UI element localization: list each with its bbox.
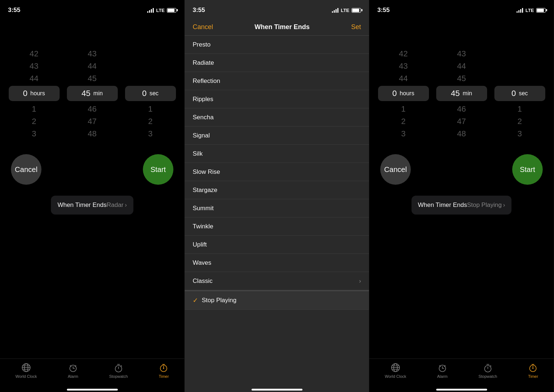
right-timer-ends-current: Stop Playing	[467, 201, 502, 209]
list-item-waves-label: Waves	[193, 259, 211, 267]
list-item-uplift-label: Uplift	[193, 241, 207, 248]
list-item-slow-rise[interactable]: Slow Rise	[185, 163, 369, 181]
left-hours-column[interactable]: 42 43 44 0 hours 1 2 3	[5, 47, 63, 140]
list-item-slow-rise-label: Slow Rise	[193, 168, 220, 176]
left-sec-label: sec	[149, 90, 158, 97]
list-item-radiate-label: Radiate	[193, 59, 214, 67]
left-nav-alarm[interactable]: Alarm	[68, 363, 79, 379]
middle-battery-icon	[352, 8, 361, 13]
list-item-classic[interactable]: Classic ›	[185, 272, 369, 290]
right-hours-below-1: 1	[401, 103, 405, 115]
left-sec-below-1: 1	[148, 103, 152, 115]
left-min-below-2: 47	[88, 115, 96, 127]
middle-time: 3:55	[193, 7, 205, 14]
list-item-ripples-label: Ripples	[193, 96, 213, 103]
right-min-column[interactable]: 43 44 45 45 min 46 47 48	[433, 47, 491, 140]
right-min-below-2: 47	[457, 115, 466, 127]
middle-set-button[interactable]: Set	[351, 23, 361, 31]
left-time: 3:55	[8, 7, 20, 14]
middle-cancel-button[interactable]: Cancel	[193, 23, 213, 31]
left-sec-below-2: 2	[148, 115, 152, 127]
right-cancel-button[interactable]: Cancel	[380, 154, 411, 185]
list-item-stop-playing[interactable]: ✓ Stop Playing	[185, 291, 369, 310]
left-alarm-label: Alarm	[68, 374, 79, 379]
svg-line-13	[121, 365, 122, 366]
list-item-signal-label: Signal	[193, 132, 210, 139]
list-item-uplift[interactable]: Uplift	[185, 236, 369, 254]
list-item-sencha-label: Sencha	[193, 114, 214, 121]
list-item-reflection[interactable]: Reflection	[185, 72, 369, 90]
right-min-below-3: 48	[457, 127, 466, 140]
list-item-twinkle[interactable]: Twinkle	[185, 217, 369, 236]
left-timer-ends-row[interactable]: When Timer Ends Radar ›	[51, 196, 133, 215]
list-item-presto[interactable]: Presto	[185, 36, 369, 54]
right-start-button[interactable]: Start	[512, 154, 543, 185]
left-sec-column[interactable]: 0 sec 1 2 3	[121, 47, 180, 140]
left-status-bar: 3:55 LTE	[0, 0, 184, 18]
left-timer-ends-current: Radar	[107, 201, 123, 209]
left-hours-above-2: 43	[29, 60, 38, 72]
left-cancel-button[interactable]: Cancel	[11, 154, 41, 185]
list-item-classic-chevron-icon: ›	[359, 278, 361, 284]
right-alarm-icon	[437, 363, 447, 373]
left-hours-above-1: 42	[29, 47, 38, 60]
right-min-above-1: 43	[457, 47, 466, 60]
right-hours-below-3: 3	[401, 127, 405, 140]
left-nav-worldclock[interactable]: World Clock	[15, 363, 37, 379]
middle-list-scrollable[interactable]: Presto Radiate Reflection Ripples Sencha…	[185, 36, 369, 386]
right-sec-label: sec	[519, 90, 528, 97]
left-battery-icon	[167, 8, 176, 13]
left-start-button[interactable]: Start	[143, 154, 173, 185]
left-lte: LTE	[156, 8, 165, 13]
list-item-ripples[interactable]: Ripples	[185, 90, 369, 108]
left-hours-below-1: 1	[32, 103, 36, 115]
right-alarm-label: Alarm	[437, 374, 448, 379]
left-min-selected-box: 45 min	[67, 86, 118, 101]
list-item-silk[interactable]: Silk	[185, 145, 369, 163]
svg-line-30	[490, 365, 491, 366]
right-bottom-nav: World Clock Alarm	[369, 359, 554, 386]
left-panel: 3:55 LTE 42 43 44 0	[0, 0, 185, 392]
right-min-above-2: 44	[457, 60, 466, 72]
left-worldclock-label: World Clock	[15, 374, 37, 379]
left-nav-stopwatch[interactable]: Stopwatch	[109, 363, 128, 379]
left-min-column[interactable]: 43 44 45 45 min 46 47 48	[63, 47, 121, 140]
right-nav-worldclock[interactable]: World Clock	[385, 363, 406, 379]
list-item-sencha[interactable]: Sencha	[185, 108, 369, 127]
left-hours-below-2: 2	[32, 115, 36, 127]
middle-status-bar: 3:55 LTE	[185, 0, 369, 18]
right-timer-ends-row[interactable]: When Timer Ends Stop Playing ›	[412, 196, 512, 215]
right-hours-selected-box: 0 hours	[378, 86, 429, 101]
list-item-summit-label: Summit	[193, 205, 214, 212]
list-item-stargaze[interactable]: Stargaze	[185, 181, 369, 199]
list-item-waves[interactable]: Waves	[185, 254, 369, 272]
right-hours-value: 0	[392, 89, 397, 98]
right-nav-alarm[interactable]: Alarm	[437, 363, 448, 379]
left-hours-above-3: 44	[29, 72, 38, 84]
left-min-label: min	[93, 90, 103, 97]
right-hours-column[interactable]: 42 43 44 0 hours 1 2 3	[374, 47, 433, 140]
right-hours-label: hours	[400, 90, 414, 97]
left-nav-timer[interactable]: Timer	[158, 363, 169, 379]
right-status-icons: LTE	[517, 8, 546, 13]
right-min-selected-box: 45 min	[436, 86, 487, 101]
right-hours-below-2: 2	[401, 115, 405, 127]
list-item-twinkle-label: Twinkle	[193, 223, 213, 230]
right-worldclock-icon	[390, 363, 401, 373]
svg-point-16	[163, 368, 164, 369]
right-nav-timer[interactable]: Timer	[528, 363, 538, 379]
left-hours-below-3: 3	[32, 127, 36, 140]
right-stopwatch-label: Stopwatch	[478, 374, 497, 379]
right-lte: LTE	[525, 8, 534, 13]
list-item-radiate[interactable]: Radiate	[185, 54, 369, 72]
left-sec-value: 0	[142, 89, 146, 98]
left-buttons-row: Cancel Start	[0, 154, 184, 185]
right-timer-icon	[528, 363, 538, 373]
right-sec-column[interactable]: 0 sec 1 2 3	[491, 47, 549, 140]
list-item-silk-label: Silk	[193, 150, 202, 157]
list-item-summit[interactable]: Summit	[185, 199, 369, 217]
list-item-signal[interactable]: Signal	[185, 127, 369, 145]
left-home-indicator	[67, 389, 118, 391]
left-min-above-1: 43	[88, 47, 96, 60]
right-nav-stopwatch[interactable]: Stopwatch	[478, 363, 497, 379]
